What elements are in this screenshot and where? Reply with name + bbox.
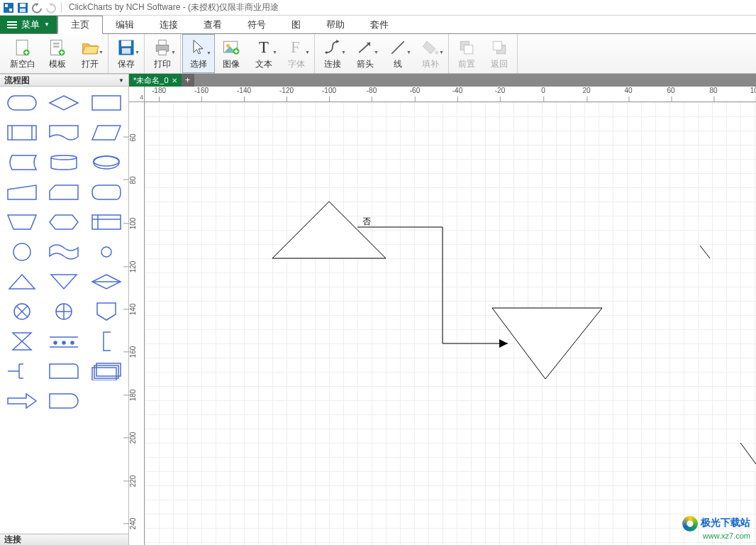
shape-rounded2[interactable] [45,389,84,413]
shape-manual-op[interactable] [3,210,41,234]
template-icon [48,38,67,57]
shape-tape[interactable] [45,240,84,264]
tab-edit[interactable]: 编辑 [103,16,147,33]
close-icon[interactable]: ✕ [172,77,177,84]
shape-manual-input[interactable] [3,180,41,204]
shape-display[interactable] [87,180,126,204]
svg-point-23 [326,51,328,54]
text-button[interactable]: T 文本 ▼ [248,34,280,73]
image-button[interactable]: 图像 [215,34,248,73]
svg-text:F: F [291,38,300,56]
shape-divider[interactable] [45,329,84,353]
tab-diagram[interactable]: 图 [279,16,313,33]
printer-icon [152,38,172,57]
connector-label-no: 否 [362,216,371,228]
shape-card[interactable] [45,180,84,204]
canvas-area: *未命名_0 ✕ + 4 -180-160-140-120-100-80-60-… [129,74,756,545]
svg-rect-5 [20,9,26,12]
shape-collate[interactable] [3,329,41,353]
shape-stored-data[interactable] [3,150,41,175]
shape-loop[interactable] [45,210,84,234]
shape-sort[interactable] [87,270,126,294]
image-icon [221,38,241,57]
tab-help[interactable]: 帮助 [313,16,357,33]
svg-point-43 [101,247,111,257]
svg-line-25 [391,41,404,54]
line-button[interactable]: 线 ▼ [382,34,414,73]
document-tab[interactable]: *未命名_0 ✕ [129,74,182,87]
new-button[interactable]: 新空白 [4,34,41,73]
watermark-logo-icon [682,516,698,532]
arrow-button[interactable]: 箭头 ▼ [349,34,382,73]
tab-symbol[interactable]: 符号 [235,16,279,33]
shape-internal-storage[interactable] [87,210,126,234]
svg-point-52 [54,341,57,344]
svg-rect-30 [493,41,501,50]
line-icon [388,38,408,57]
tab-suite[interactable]: 套件 [357,16,401,33]
ruler-corner: 4 [129,87,145,102]
shape-annotation[interactable] [3,359,41,383]
select-button[interactable]: 选择 ▼ [182,34,215,73]
chevron-down-icon: ▼ [118,77,124,84]
shape-disk[interactable] [87,150,126,175]
shape-document[interactable] [45,121,84,145]
print-button[interactable]: 打印 ▼ [146,34,179,73]
tab-connect[interactable]: 连接 [147,16,191,33]
svg-rect-17 [159,50,167,55]
add-document-button[interactable]: + [182,74,194,87]
chevron-down-icon: ▼ [272,50,277,55]
shape-merge[interactable] [45,270,84,294]
svg-rect-4 [20,4,26,7]
front-button[interactable]: 前置 [450,34,483,73]
svg-rect-28 [465,45,473,53]
svg-rect-9 [53,43,60,45]
connect-button[interactable]: 连接 ▼ [316,34,349,73]
new-icon [13,38,33,57]
svg-rect-39 [92,215,121,229]
chevron-down-icon: ▼ [439,50,444,55]
shape-extract[interactable] [3,270,41,294]
save-icon[interactable] [17,2,28,13]
panel-header-flowchart[interactable]: 流程图 ▼ [0,74,128,87]
template-button[interactable]: 模板 [41,34,74,73]
shape-decision[interactable] [45,91,84,115]
shape-database[interactable] [45,150,84,175]
menu-button[interactable]: 菜单 ▼ [0,16,57,33]
font-icon: F [287,38,306,57]
shape-sum[interactable] [45,299,84,324]
shape-connector[interactable] [3,240,41,264]
shape-or[interactable] [3,299,41,324]
svg-point-26 [435,50,438,54]
separator [61,3,62,13]
undo-icon[interactable] [31,2,43,13]
chevron-down-icon: ▼ [171,50,176,55]
shape-card2[interactable] [45,359,84,383]
shape-offpage[interactable] [87,299,126,324]
panel-header-label: 流程图 [4,75,30,87]
arrow-icon [355,38,375,57]
font-button[interactable]: F 字体 ▼ [280,34,313,73]
back-button[interactable]: 返回 [483,34,516,73]
svg-point-38 [94,156,119,166]
sidebar: 流程图 ▼ [0,74,129,545]
shape-bracket[interactable] [87,329,126,353]
document-tabs: *未命名_0 ✕ + [129,74,756,87]
shape-small-circle[interactable] [87,240,126,264]
shape-predefined[interactable] [3,121,41,145]
chevron-down-icon: ▼ [206,50,211,55]
fill-button[interactable]: 填补 ▼ [414,34,447,73]
shape-process[interactable] [87,91,126,115]
save-button[interactable]: 保存 ▼ [110,34,143,73]
canvas[interactable]: 否 [145,102,756,545]
shape-terminator[interactable] [3,91,41,115]
toolbar: 新空白 模板 打开 ▼ 保存 ▼ 打印 ▼ 选择 ▼ [0,34,756,74]
tab-home[interactable]: 主页 [57,16,103,34]
panel-footer-connect[interactable]: 连接 [0,534,128,545]
open-button[interactable]: 打开 ▼ [74,34,106,73]
svg-rect-10 [53,45,60,48]
shape-multidoc[interactable] [87,359,126,383]
tab-view[interactable]: 查看 [191,16,235,33]
shape-data[interactable] [87,121,126,145]
shape-arrow-right[interactable] [3,389,41,413]
